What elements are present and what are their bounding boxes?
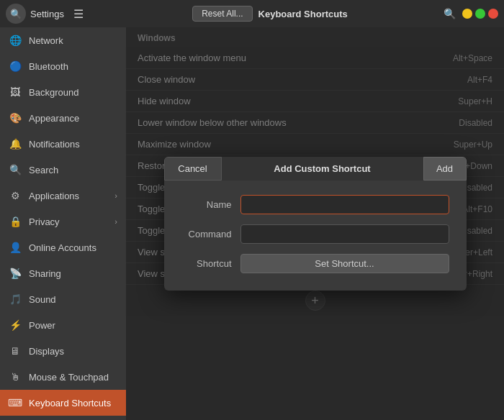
search-action-icon[interactable]: 🔍 [439,4,459,24]
name-label: Name [181,199,232,210]
window-close-button[interactable] [488,9,498,19]
online-accounts-icon: 👤 [9,241,22,254]
background-icon: 🖼 [9,86,22,99]
sidebar-item-label: Sound [29,294,117,305]
sidebar-item-displays[interactable]: 🖥Displays [0,338,126,364]
set-shortcut-button[interactable]: Set Shortcut... [240,254,449,273]
sidebar-item-background[interactable]: 🖼Background [0,79,126,105]
dialog-overlay: Cancel Add Custom Shortcut Add Name Comm… [126,27,504,420]
sidebar-item-privacy[interactable]: 🔒Privacy› [0,209,126,234]
command-label: Command [181,229,232,239]
dialog-add-button[interactable]: Add [423,157,467,181]
sidebar-item-label: Online Accounts [29,242,117,253]
sidebar-item-bluetooth[interactable]: 🔵Bluetooth [0,53,126,79]
sidebar-item-network[interactable]: 🌐Network [0,27,126,53]
sidebar-item-label: Appearance [29,113,117,124]
sidebar-item-printers[interactable]: 🖨Printers [0,416,126,420]
command-field: Command [181,224,449,244]
shortcut-label: Shortcut [181,258,232,269]
titlebar-right: 🔍 [405,4,498,24]
titlebar-left: 🔍 Settings ☰ [6,4,135,24]
dialog-title: Add Custom Shortcut [222,163,423,174]
sound-icon: 🎵 [9,293,22,306]
dialog-header: Cancel Add Custom Shortcut Add [164,157,467,181]
sidebar-item-online-accounts[interactable]: 👤Online Accounts [0,234,126,260]
sidebar-item-label: Sharing [29,268,117,279]
notifications-icon: 🔔 [9,137,22,150]
sidebar-item-power[interactable]: ⚡Power [0,312,126,338]
mouse-touchpad-icon: 🖱 [9,370,22,383]
sidebar-item-label: Keyboard Shortcuts [29,398,117,408]
sidebar-item-label: Power [29,320,117,331]
sidebar-item-label: Displays [29,346,117,357]
sidebar: 🌐Network🔵Bluetooth🖼Background🎨Appearance… [0,27,126,420]
sidebar-item-notifications[interactable]: 🔔Notifications [0,131,126,157]
sidebar-item-label: Mouse & Touchpad [29,372,117,383]
window-maximize-button[interactable] [475,9,485,19]
sharing-icon: 📡 [9,267,22,280]
name-field: Name [181,195,449,214]
titlebar-menu-icon[interactable]: ☰ [68,4,89,24]
sidebar-item-applications[interactable]: ⚙Applications› [0,183,126,209]
bluetooth-icon: 🔵 [9,60,22,73]
titlebar-search-icon[interactable]: 🔍 [6,4,26,24]
search-icon: 🔍 [9,163,22,176]
privacy-icon: 🔒 [9,215,22,228]
sidebar-item-label: Search [29,165,117,175]
command-input[interactable] [240,224,449,244]
titlebar-app-title: Settings [30,9,64,19]
reset-all-button[interactable]: Reset All... [192,6,252,22]
sidebar-item-label: Privacy [29,216,107,227]
sidebar-item-label: Background [29,87,117,98]
displays-icon: 🖥 [9,344,22,357]
sidebar-item-label: Bluetooth [29,61,117,72]
chevron-right-icon: › [114,217,117,226]
sidebar-item-mouse-touchpad[interactable]: 🖱Mouse & Touchpad [0,364,126,390]
appearance-icon: 🎨 [9,111,22,124]
window-minimize-button[interactable] [462,9,472,19]
applications-icon: ⚙ [9,189,22,202]
main-content: 🌐Network🔵Bluetooth🖼Background🎨Appearance… [0,27,504,420]
dialog-cancel-button[interactable]: Cancel [164,157,222,181]
sidebar-item-sharing[interactable]: 📡Sharing [0,260,126,286]
sidebar-item-appearance[interactable]: 🎨Appearance [0,105,126,131]
sidebar-item-sound[interactable]: 🎵Sound [0,286,126,312]
titlebar-center: Reset All... Keyboard Shortcuts [135,6,405,22]
sidebar-item-label: Network [29,35,117,46]
add-custom-shortcut-dialog: Cancel Add Custom Shortcut Add Name Comm… [164,157,467,291]
sidebar-item-search[interactable]: 🔍Search [0,157,126,183]
power-icon: ⚡ [9,319,22,332]
sidebar-item-label: Applications [29,191,107,201]
titlebar: 🔍 Settings ☰ Reset All... Keyboard Short… [0,0,504,27]
keyboard-shortcuts-icon: ⌨ [9,396,22,409]
chevron-right-icon: › [114,191,117,200]
sidebar-item-keyboard-shortcuts[interactable]: ⌨Keyboard Shortcuts [0,390,126,416]
window-title: Keyboard Shortcuts [258,9,348,19]
network-icon: 🌐 [9,34,22,47]
name-input[interactable] [240,195,449,214]
right-panel: WindowsActivate the window menuAlt+Space… [126,27,504,420]
dialog-body: Name Command Shortcut Set Shortcut... [164,181,467,291]
sidebar-item-label: Notifications [29,139,117,150]
shortcut-field: Shortcut Set Shortcut... [181,254,449,273]
